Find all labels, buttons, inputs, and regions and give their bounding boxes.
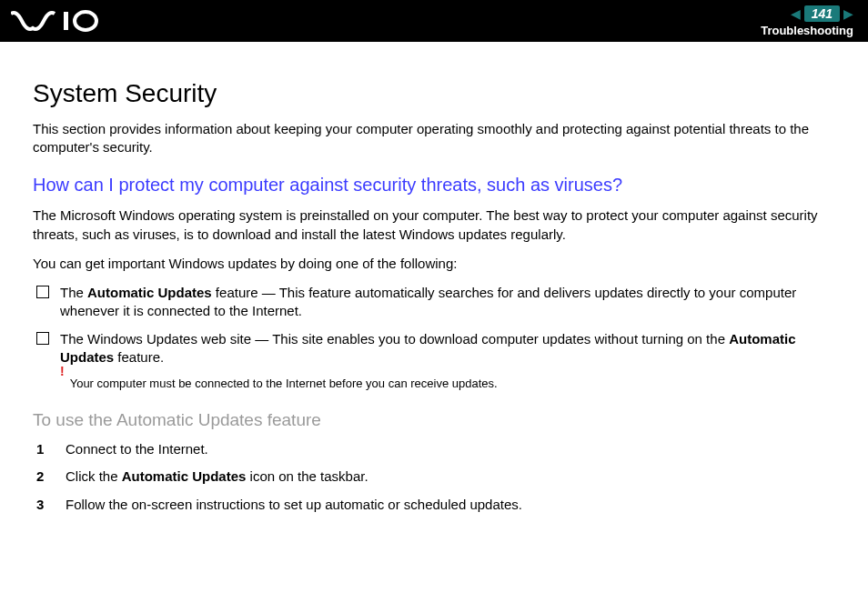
step-text: Click the Automatic Updates icon on the … [66, 467, 368, 486]
svg-rect-0 [64, 12, 68, 30]
note-text: Your computer must be connected to the I… [70, 376, 498, 392]
page-nav: ◀ 141 ▶ [791, 5, 853, 22]
procedure-heading: To use the Automatic Updates feature [33, 408, 835, 432]
step-item: 1 Connect to the Internet. [33, 440, 835, 458]
bullet-item: The Automatic Updates feature — This fea… [33, 284, 835, 321]
square-bullet-icon [36, 332, 49, 345]
breadcrumb: Troubleshooting [761, 24, 853, 37]
step-item: 3 Follow the on-screen instructions to s… [33, 496, 835, 514]
content-area: System Security This section provides in… [0, 42, 868, 514]
nav-next-icon[interactable]: ▶ [843, 6, 853, 21]
vaio-logo-icon [11, 10, 111, 32]
bullet-list: The Automatic Updates feature — This fea… [33, 284, 835, 367]
step-number: 2 [36, 467, 49, 486]
paragraph-1: The Microsoft Windows operating system i… [33, 206, 835, 244]
warning-note: ! Your computer must be connected to the… [60, 376, 835, 392]
step-text: Follow the on-screen instructions to set… [66, 496, 522, 514]
warning-icon: ! [60, 365, 65, 377]
step-text: Connect to the Internet. [66, 440, 208, 458]
step-item: 2 Click the Automatic Updates icon on th… [33, 467, 835, 486]
page-title: System Security [33, 76, 835, 111]
header-bar: ◀ 141 ▶ Troubleshooting [0, 0, 868, 42]
vaio-logo [11, 7, 111, 35]
page-number-badge: 141 [804, 5, 840, 22]
steps-list: 1 Connect to the Internet. 2 Click the A… [33, 440, 835, 514]
question-heading: How can I protect my computer against se… [33, 173, 835, 197]
bullet-item: The Windows Updates web site — This site… [33, 330, 835, 367]
nav-prev-icon[interactable]: ◀ [791, 6, 801, 21]
svg-point-1 [75, 12, 96, 30]
step-number: 1 [36, 440, 49, 458]
paragraph-2: You can get important Windows updates by… [33, 255, 835, 273]
bullet-text: The Windows Updates web site — This site… [60, 330, 835, 367]
step-number: 3 [36, 496, 49, 514]
square-bullet-icon [36, 286, 49, 298]
intro-text: This section provides information about … [33, 120, 835, 157]
bullet-text: The Automatic Updates feature — This fea… [60, 284, 835, 321]
header-right: ◀ 141 ▶ Troubleshooting [761, 5, 853, 37]
